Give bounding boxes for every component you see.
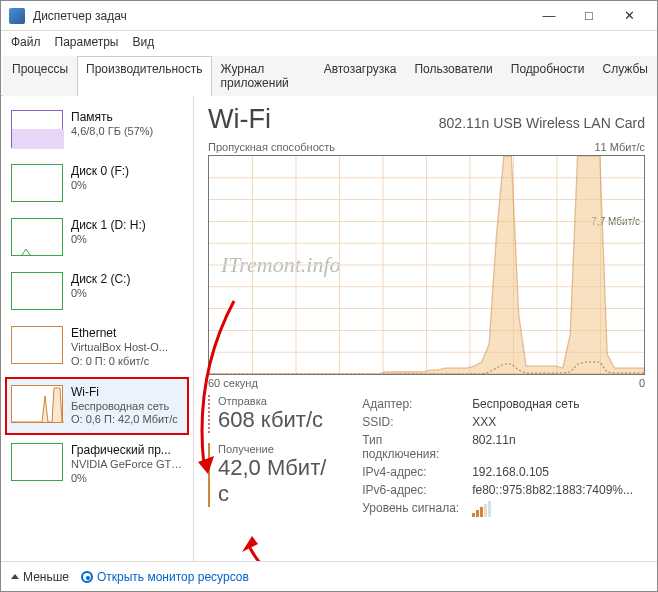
- tab-startup[interactable]: Автозагрузка: [315, 56, 406, 96]
- ssid-v: XXX: [472, 415, 643, 431]
- recv-label: Получение: [218, 443, 336, 455]
- conn-k: Тип подключения:: [362, 433, 470, 463]
- ethernet-thumb-icon: [11, 326, 63, 364]
- disk1-thumb-icon: [11, 218, 63, 256]
- tab-strip: Процессы Производительность Журнал прило…: [1, 55, 657, 96]
- stats-area: Отправка 608 кбит/с Получение 42,0 Мбит/…: [208, 395, 645, 524]
- footer-bar: Меньше Открыть монитор ресурсов: [1, 561, 657, 591]
- disk2-thumb-icon: [11, 272, 63, 310]
- chart-x-right: 0: [639, 377, 645, 389]
- tab-users[interactable]: Пользователи: [405, 56, 501, 96]
- adapter-name: 802.11n USB Wireless LAN Card: [439, 115, 645, 131]
- menu-bar: Файл Параметры Вид: [1, 31, 657, 55]
- ipv4-k: IPv4-адрес:: [362, 465, 470, 481]
- close-button[interactable]: ✕: [609, 1, 649, 31]
- sidebar-item-wifi[interactable]: Wi-Fi Беспроводная сеть О: 0,6 П: 42,0 М…: [5, 377, 189, 436]
- adapter-v: Беспроводная сеть: [472, 397, 643, 413]
- title-bar: Диспетчер задач — □ ✕: [1, 1, 657, 31]
- tab-services[interactable]: Службы: [594, 56, 657, 96]
- chevron-up-icon: [11, 574, 19, 579]
- send-value: 608 кбит/с: [218, 407, 336, 433]
- svg-rect-0: [12, 129, 64, 149]
- connection-details-table: Адаптер:Беспроводная сеть SSID:XXX Тип п…: [360, 395, 645, 524]
- send-label: Отправка: [218, 395, 336, 407]
- signal-bars-icon: [472, 501, 491, 517]
- ipv6-v: fe80::975:8b82:1883:7409%...: [472, 483, 643, 499]
- chart-x-left: 60 секунд: [208, 377, 258, 389]
- window-title: Диспетчер задач: [33, 9, 529, 23]
- tab-app-history[interactable]: Журнал приложений: [212, 56, 315, 96]
- wifi-thumb-icon: [11, 385, 63, 423]
- menu-view[interactable]: Вид: [132, 35, 154, 49]
- chart-max-label: 11 Мбит/с: [595, 141, 646, 153]
- fewer-details-button[interactable]: Меньше: [11, 570, 69, 584]
- open-resource-monitor-link[interactable]: Открыть монитор ресурсов: [81, 570, 249, 584]
- menu-options[interactable]: Параметры: [55, 35, 119, 49]
- app-icon: [9, 8, 25, 24]
- performance-sidebar[interactable]: Память 4,6/8,0 ГБ (57%) Диск 0 (F:) 0% Д…: [1, 96, 194, 570]
- throughput-chart: 7,7 Мбит/с ITremont.info: [208, 155, 645, 375]
- page-title: Wi-Fi: [208, 104, 271, 135]
- ipv6-k: IPv6-адрес:: [362, 483, 470, 499]
- ssid-k: SSID:: [362, 415, 470, 431]
- signal-k: Уровень сигнала:: [362, 501, 470, 522]
- conn-v: 802.11n: [472, 433, 643, 463]
- tab-details[interactable]: Подробности: [502, 56, 594, 96]
- gpu-thumb-icon: [11, 443, 63, 481]
- tab-processes[interactable]: Процессы: [3, 56, 77, 96]
- memory-thumb-icon: [11, 110, 63, 148]
- maximize-button[interactable]: □: [569, 1, 609, 31]
- svg-marker-20: [242, 536, 258, 552]
- sidebar-item-disk1[interactable]: Диск 1 (D: H:) 0%: [5, 210, 189, 264]
- minimize-button[interactable]: —: [529, 1, 569, 31]
- open-resource-monitor-label: Открыть монитор ресурсов: [97, 570, 249, 584]
- adapter-k: Адаптер:: [362, 397, 470, 413]
- tab-performance[interactable]: Производительность: [77, 56, 211, 96]
- chart-title-label: Пропускная способность: [208, 141, 335, 153]
- main-panel: Wi-Fi 802.11n USB Wireless LAN Card Проп…: [194, 96, 657, 570]
- content-area: Память 4,6/8,0 ГБ (57%) Диск 0 (F:) 0% Д…: [1, 96, 657, 570]
- disk0-thumb-icon: [11, 164, 63, 202]
- sidebar-item-memory[interactable]: Память 4,6/8,0 ГБ (57%): [5, 102, 189, 156]
- menu-file[interactable]: Файл: [11, 35, 41, 49]
- fewer-details-label: Меньше: [23, 570, 69, 584]
- resource-monitor-icon: [81, 571, 93, 583]
- recv-value: 42,0 Мбит/с: [218, 455, 336, 507]
- ipv4-v: 192.168.0.105: [472, 465, 643, 481]
